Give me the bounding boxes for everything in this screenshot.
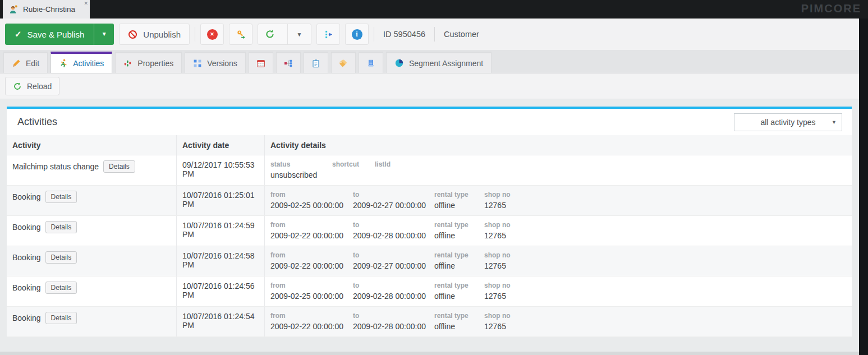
tab-edit[interactable]: Edit — [3, 52, 48, 73]
detail-label: from — [270, 282, 353, 289]
pimcore-logo: PIMCORE — [801, 2, 861, 15]
save-options-dropdown[interactable]: ▼ — [94, 24, 114, 45]
segment-pie-icon — [394, 58, 404, 68]
detail-value: offline — [434, 261, 484, 271]
details-button[interactable]: Details — [45, 282, 77, 294]
activity-type-filter-value: all activity types — [760, 118, 815, 127]
reload-object-button[interactable] — [258, 24, 282, 44]
details-button[interactable]: Details — [45, 191, 77, 203]
detail-pair: rental typeoffline — [434, 191, 484, 215]
activity-cell: Mailchimp status changeDetails — [7, 155, 177, 185]
detail-label: to — [353, 251, 434, 259]
panel-title: Activities — [17, 116, 57, 128]
dependencies-icon — [284, 59, 293, 68]
tab-label: Properties — [137, 59, 173, 68]
column-header-activity[interactable]: Activity — [7, 135, 177, 155]
details-button[interactable]: Details — [103, 160, 135, 173]
detail-pair: shop no12765 — [484, 221, 511, 246]
reload-options-dropdown[interactable]: ▼ — [287, 24, 311, 44]
tab-activities[interactable]: Activities — [50, 52, 112, 73]
detail-value: 12765 — [484, 201, 511, 210]
activities-panel: Activities all activity types ▼ Activity… — [7, 107, 852, 337]
table-row: BookingDetails10/07/2016 01:24:59 PMfrom… — [7, 216, 852, 246]
tab-versions[interactable]: Versions — [185, 52, 246, 73]
detail-value: 2009-02-28 00:00:00 — [353, 231, 434, 241]
activity-date-cell: 10/07/2016 01:25:01 PM — [177, 186, 265, 215]
delete-x-icon: ✕ — [207, 29, 218, 40]
activity-details-cell: statusunsubscribedshortcutlistId — [265, 155, 852, 185]
open-object-tab[interactable]: Rubie-Christina ✕ — [3, 0, 90, 19]
details-button[interactable]: Details — [45, 312, 77, 324]
tab-notes-events[interactable] — [304, 52, 328, 73]
info-button[interactable]: i — [345, 24, 369, 45]
detail-value: 12765 — [484, 322, 511, 331]
detail-label: shop no — [484, 312, 511, 320]
toolbar-divider — [374, 27, 374, 42]
detail-value: unsubscribed — [270, 170, 332, 180]
tab-segment-assignment[interactable]: Segment Assignment — [386, 52, 492, 73]
details-button[interactable]: Details — [45, 251, 77, 264]
delete-button[interactable]: ✕ — [200, 24, 224, 45]
detail-pair: from2009-02-25 00:00:00 — [270, 282, 353, 306]
object-toolbar: ✓ Save & Publish ▼ Unpublish ✕ — [0, 19, 859, 50]
reload-button[interactable]: Reload — [5, 77, 59, 95]
detail-pair: shortcut — [332, 160, 375, 185]
activity-date-cell: 10/07/2016 01:24:54 PM — [177, 307, 265, 336]
detail-pair: to2009-02-28 00:00:00 — [353, 282, 434, 306]
rename-key-button[interactable] — [229, 24, 252, 45]
tab-properties[interactable]: Properties — [115, 52, 182, 73]
tab-application-log[interactable] — [359, 52, 383, 73]
detail-label: rental type — [434, 312, 484, 320]
tab-schedule[interactable] — [249, 52, 273, 73]
detail-value: 2009-02-27 00:00:00 — [353, 201, 434, 210]
detail-value: 12765 — [484, 261, 511, 271]
detail-value: 2009-02-28 00:00:00 — [353, 322, 434, 331]
detail-label: to — [353, 312, 434, 320]
detail-label: shop no — [484, 251, 511, 259]
detail-pair: to2009-02-28 00:00:00 — [353, 312, 434, 336]
detail-pair: from2009-02-22 00:00:00 — [270, 312, 353, 336]
chevron-down-icon: ▼ — [297, 31, 302, 38]
activity-details-cell: from2009-02-22 00:00:00to2009-02-28 00:0… — [265, 216, 852, 246]
refresh-icon — [265, 29, 275, 39]
detail-label: status — [270, 160, 332, 168]
detail-label: shop no — [484, 221, 511, 229]
activity-details-cell: from2009-02-22 00:00:00to2009-02-27 00:0… — [265, 246, 852, 276]
activity-label: Booking — [12, 191, 41, 203]
table-row: BookingDetails10/07/2016 01:24:56 PMfrom… — [7, 276, 852, 307]
detail-value: 2009-02-25 00:00:00 — [270, 201, 353, 210]
detail-label: shop no — [484, 191, 511, 199]
table-row: Mailchimp status changeDetails09/12/2017… — [7, 155, 852, 186]
detail-label: from — [270, 221, 353, 229]
activities-panel-header: Activities all activity types ▼ — [7, 109, 852, 135]
detail-pair: to2009-02-28 00:00:00 — [353, 221, 434, 246]
close-tab-icon[interactable]: ✕ — [84, 1, 88, 6]
table-row: BookingDetails10/07/2016 01:24:54 PMfrom… — [7, 307, 852, 337]
tab-dependencies[interactable] — [276, 52, 301, 73]
detail-pair: listId — [375, 160, 391, 185]
detail-label: to — [353, 191, 434, 199]
table-row: BookingDetails10/07/2016 01:25:01 PMfrom… — [7, 186, 852, 216]
tab-tags[interactable] — [331, 52, 356, 73]
column-header-activity-details[interactable]: Activity details — [265, 135, 852, 155]
content-area: Activities all activity types ▼ Activity… — [0, 99, 859, 337]
activity-cell: BookingDetails — [7, 307, 177, 336]
detail-pair: to2009-02-27 00:00:00 — [353, 251, 434, 276]
check-icon: ✓ — [15, 29, 22, 39]
column-header-activity-date[interactable]: Activity date — [177, 135, 265, 155]
save-publish-button[interactable]: ✓ Save & Publish — [5, 29, 94, 39]
detail-value: 2009-02-22 00:00:00 — [270, 261, 353, 271]
unpublish-button[interactable]: Unpublish — [119, 24, 190, 45]
details-button[interactable]: Details — [45, 221, 77, 233]
detail-label: from — [270, 312, 353, 320]
activity-cell: BookingDetails — [7, 216, 177, 246]
detail-pair: from2009-02-22 00:00:00 — [270, 251, 353, 276]
properties-icon — [123, 59, 132, 68]
activity-type-filter[interactable]: all activity types ▼ — [734, 113, 842, 131]
pencil-icon — [12, 59, 21, 68]
locate-in-tree-button[interactable] — [316, 24, 340, 45]
tags-icon — [339, 59, 348, 68]
activity-label: Booking — [12, 282, 41, 294]
tab-label: Versions — [207, 59, 237, 68]
detail-value: 2009-02-22 00:00:00 — [270, 322, 353, 331]
